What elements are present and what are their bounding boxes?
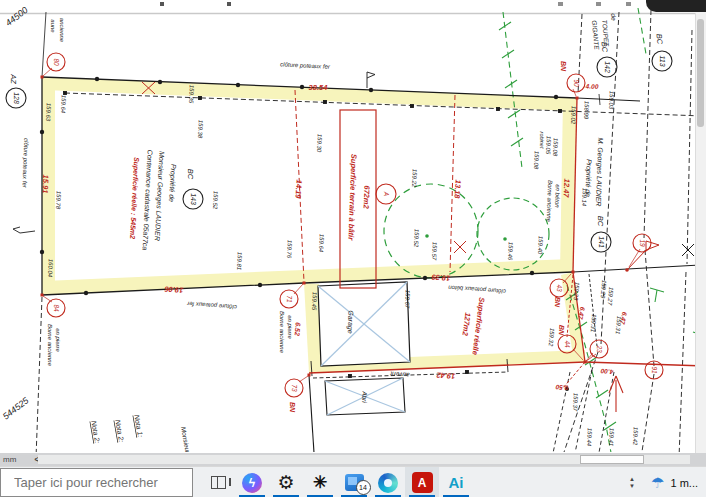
taskbar-app-messenger[interactable]: ϟ bbox=[235, 467, 269, 497]
svg-text:91: 91 bbox=[651, 366, 658, 374]
plan-label: 159.22 bbox=[411, 169, 418, 188]
horizontal-scrollbar[interactable] bbox=[38, 455, 690, 464]
plan-label: BN bbox=[558, 325, 566, 337]
task-view-button[interactable] bbox=[201, 467, 235, 497]
plan-label: robinet bbox=[539, 132, 545, 149]
plan-label: 159.81 bbox=[236, 252, 243, 271]
ai-app-icon: Ai bbox=[449, 474, 464, 491]
svg-text:90: 90 bbox=[573, 79, 580, 87]
plan-canvas[interactable]: 44500544525auneancienneAZBCBCBCBCclôture… bbox=[0, 0, 706, 452]
plan-label: 159.30 bbox=[316, 134, 323, 153]
svg-text:71: 71 bbox=[286, 295, 293, 303]
plan-label: en pierre bbox=[287, 315, 293, 339]
acrobat-icon: A bbox=[412, 472, 433, 493]
task-view-icon bbox=[211, 476, 226, 489]
plan-label: 0.50 bbox=[555, 384, 568, 392]
plan-label: AZ bbox=[9, 73, 18, 84]
plan-label: 159.41 bbox=[608, 428, 615, 447]
notification-badge: 14 bbox=[356, 480, 371, 495]
taskbar-app-ai[interactable]: Ai bbox=[439, 467, 473, 497]
toolbar-fragment bbox=[626, 2, 631, 6]
svg-text:143: 143 bbox=[190, 193, 197, 205]
plan-label: 159.64 bbox=[60, 95, 67, 114]
toolbar-fragment bbox=[558, 2, 563, 6]
plan-label: 159.37 bbox=[572, 393, 579, 412]
plan-label: 19.39 bbox=[430, 272, 450, 282]
plan-label: BN bbox=[289, 402, 296, 413]
taskbar-app-browser[interactable] bbox=[371, 467, 405, 497]
plan-label: BC bbox=[655, 33, 665, 45]
taskbar-app-acrobat[interactable]: A bbox=[405, 467, 439, 497]
plan-label: 15.91 bbox=[41, 174, 51, 193]
search-input[interactable] bbox=[1, 469, 205, 496]
plan-label: 159.03 bbox=[608, 91, 615, 110]
plan-label: 13.18 bbox=[452, 179, 462, 199]
chevron-up-icon: ▲ bbox=[629, 476, 635, 483]
plan-label: en béton bbox=[554, 184, 561, 208]
plan-label: 159.67 bbox=[404, 290, 411, 309]
system-tray: ▲ ▼ ☂ 1 m... bbox=[621, 467, 706, 497]
plan-label: Borne ancienne bbox=[47, 324, 53, 367]
tray-overflow-button[interactable]: ▲ ▼ bbox=[621, 476, 643, 490]
plan-label: 159.44 bbox=[586, 428, 593, 447]
messenger-icon: ϟ bbox=[242, 473, 262, 493]
horizontal-scrollbar-thumb[interactable] bbox=[580, 455, 644, 464]
plan-label: 19.42 bbox=[435, 370, 455, 380]
gear-icon: ⚙ bbox=[277, 473, 294, 492]
plan-label: 159.52 bbox=[212, 191, 219, 210]
plan-label: 4.00 bbox=[585, 82, 599, 89]
plan-label: 159.08 bbox=[533, 151, 540, 170]
plan-label: en pierre bbox=[55, 328, 61, 352]
plan-label: 159.45 bbox=[311, 292, 318, 311]
chatgpt-icon: ✳ bbox=[313, 474, 327, 491]
plan-label: BN bbox=[560, 61, 567, 72]
plan-label: 4.00 bbox=[600, 368, 614, 376]
taskbar: ϟ ⚙ ✳ 14 A Ai bbox=[0, 466, 706, 497]
plan-label: 159.78 bbox=[55, 191, 62, 210]
taskbar-search[interactable] bbox=[0, 468, 193, 497]
statusbar-units-label: mm bbox=[3, 455, 16, 464]
vertical-scrollbar-thumb[interactable] bbox=[697, 19, 704, 127]
svg-text:73: 73 bbox=[291, 384, 298, 392]
plan-label: 159.05 bbox=[545, 136, 552, 155]
plan-label: 158.99 bbox=[583, 101, 590, 120]
svg-text:44: 44 bbox=[564, 340, 571, 348]
toolbar-fragment bbox=[596, 2, 601, 6]
browser-icon bbox=[378, 473, 398, 493]
plan-label: 159.52 bbox=[413, 229, 420, 248]
taskbar-app-settings[interactable]: ⚙ bbox=[269, 467, 303, 497]
svg-text:113: 113 bbox=[659, 55, 666, 66]
plan-label: 159.14 bbox=[581, 188, 588, 207]
plan-label: 159.57 bbox=[431, 242, 438, 261]
floating-toolbar-pill[interactable] bbox=[646, 0, 706, 12]
plan-label: 159.35 bbox=[188, 85, 195, 104]
mail-app-icon: 14 bbox=[345, 474, 364, 491]
weather-icon[interactable]: ☂ bbox=[651, 474, 664, 492]
svg-text:A: A bbox=[383, 191, 390, 196]
plan-label: 672m2 bbox=[362, 185, 372, 209]
plan-label: 159.42 bbox=[632, 427, 639, 446]
chevron-down-icon: ▼ bbox=[629, 483, 635, 490]
statusbar: mm < bbox=[0, 453, 706, 466]
plan-label: Abri bbox=[361, 390, 368, 403]
vertical-scrollbar[interactable] bbox=[695, 13, 706, 453]
plan-label: 159.02 bbox=[570, 106, 577, 125]
plan-label: 159.76 bbox=[286, 240, 293, 259]
plan-label: 159.08 bbox=[552, 138, 559, 157]
svg-text:19: 19 bbox=[639, 239, 646, 247]
plan-label: auvent bbox=[389, 371, 410, 379]
plan-label: 38.54 bbox=[309, 83, 329, 92]
tray-weather-text[interactable]: 1 m... bbox=[670, 477, 698, 489]
svg-text:128: 128 bbox=[13, 92, 20, 104]
svg-text:43: 43 bbox=[556, 284, 563, 292]
plan-label: 159.38 bbox=[197, 120, 204, 139]
svg-text:80: 80 bbox=[53, 58, 60, 66]
taskbar-app-chatgpt[interactable]: ✳ bbox=[303, 467, 337, 497]
svg-text:84: 84 bbox=[53, 304, 60, 312]
svg-text:141: 141 bbox=[598, 236, 605, 248]
svg-text:142: 142 bbox=[604, 61, 611, 73]
plan-label: 159.46 bbox=[507, 242, 514, 261]
plan-label: Borne ancienne bbox=[279, 311, 285, 354]
taskbar-app-mail[interactable]: 14 bbox=[337, 467, 371, 497]
toolbar-fragment bbox=[227, 2, 231, 6]
